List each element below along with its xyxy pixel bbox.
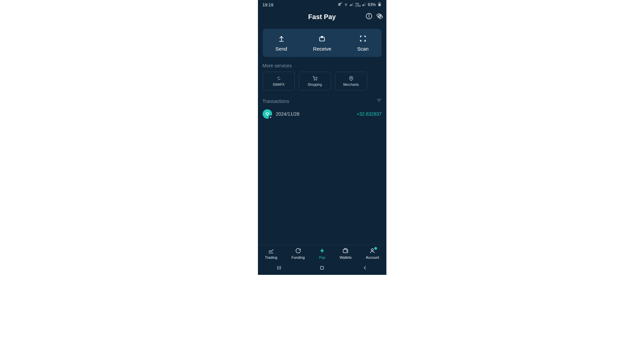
content-area: Send Receive Scan More services (258, 24, 386, 245)
bottom-nav: Trading Funding Pay Wallets Account (258, 245, 386, 262)
page-title: Fast Pay (308, 13, 336, 21)
svg-rect-4 (352, 3, 353, 6)
svg-point-15 (369, 14, 369, 15)
svg-point-1 (346, 5, 346, 6)
svg-rect-34 (320, 266, 323, 269)
nav-account[interactable]: Account (366, 248, 379, 259)
shopping-icon (313, 76, 317, 81)
bolt-icon (269, 115, 273, 119)
service-label: Merchants (343, 83, 359, 86)
info-icon[interactable] (366, 13, 372, 21)
nav-pay[interactable]: Pay (319, 248, 325, 259)
gear-icon[interactable] (376, 13, 383, 21)
transaction-row[interactable]: 2024/11/28 +32.632837 (263, 109, 382, 119)
nav-label: Funding (291, 255, 305, 259)
merchants-icon (349, 76, 354, 81)
svg-point-22 (316, 80, 317, 80)
system-home[interactable] (309, 263, 335, 274)
svg-point-16 (379, 15, 380, 17)
service-shopping[interactable]: Shopping (299, 72, 331, 90)
transaction-avatar (263, 109, 272, 119)
receive-label: Receive (313, 46, 331, 52)
wallets-icon (342, 248, 348, 254)
status-time: 19:19 (263, 2, 274, 7)
nav-label: Trading (265, 255, 277, 259)
signal-icon-1 (350, 2, 354, 7)
action-panel: Send Receive Scan (263, 29, 382, 57)
svg-rect-11 (379, 4, 380, 5)
send-icon (278, 35, 285, 43)
nav-label: Wallets (339, 255, 352, 259)
scan-icon (359, 35, 367, 43)
funding-icon (295, 248, 301, 254)
send-label: Send (275, 46, 287, 52)
svg-point-29 (346, 251, 347, 251)
scan-label: Scan (357, 46, 369, 52)
lte-label: Vo) LTE2 (355, 2, 361, 7)
send-button[interactable]: Send (275, 35, 287, 52)
svg-point-30 (371, 249, 373, 251)
svg-point-23 (351, 77, 352, 79)
svg-point-21 (314, 80, 314, 80)
svg-rect-2 (350, 5, 351, 6)
notification-badge (374, 247, 377, 250)
phone-frame: 19:19 Vo) LTE2 63% Fast P (258, 0, 386, 275)
system-nav (258, 262, 386, 275)
service-label: Shopping (308, 83, 322, 86)
svg-rect-12 (379, 2, 380, 3)
swapx-icon (276, 76, 281, 81)
service-swapx[interactable]: SWAPX (263, 72, 295, 90)
nav-label: Pay (319, 255, 325, 259)
status-bar: 19:19 Vo) LTE2 63% (258, 0, 386, 9)
transactions-label: Transactions (263, 99, 289, 104)
status-icons: Vo) LTE2 63% (338, 2, 381, 7)
scan-button[interactable]: Scan (357, 35, 369, 52)
more-services-label: More services (263, 63, 382, 68)
system-back[interactable] (352, 263, 378, 274)
filter-icon[interactable] (376, 98, 382, 105)
wifi-icon (344, 2, 348, 7)
nav-wallets[interactable]: Wallets (339, 248, 352, 259)
mute-icon (338, 2, 342, 7)
service-merchants[interactable]: Merchants (335, 72, 367, 90)
svg-rect-9 (365, 3, 366, 6)
system-recents[interactable] (266, 263, 292, 274)
signal-icon-2 (362, 2, 366, 7)
battery-percent: 63% (368, 2, 376, 7)
transactions-header: Transactions (263, 98, 382, 105)
svg-rect-5 (353, 3, 353, 6)
nav-trading[interactable]: Trading (265, 248, 277, 259)
svg-rect-6 (363, 5, 363, 6)
receive-button[interactable]: Receive (313, 35, 331, 52)
services-row: SWAPX Shopping Merchants (263, 72, 382, 90)
receive-icon (318, 35, 326, 43)
trading-icon (268, 248, 274, 254)
transaction-amount: +32.632837 (357, 111, 381, 117)
transaction-date: 2024/11/28 (276, 111, 353, 117)
svg-rect-7 (363, 4, 364, 6)
svg-rect-3 (351, 4, 352, 6)
nav-label: Account (366, 255, 379, 259)
battery-icon (377, 2, 382, 7)
nav-funding[interactable]: Funding (291, 248, 305, 259)
app-header: Fast Pay (258, 9, 386, 24)
service-label: SWAPX (273, 83, 285, 86)
pay-icon (319, 248, 325, 254)
svg-rect-8 (364, 3, 365, 6)
